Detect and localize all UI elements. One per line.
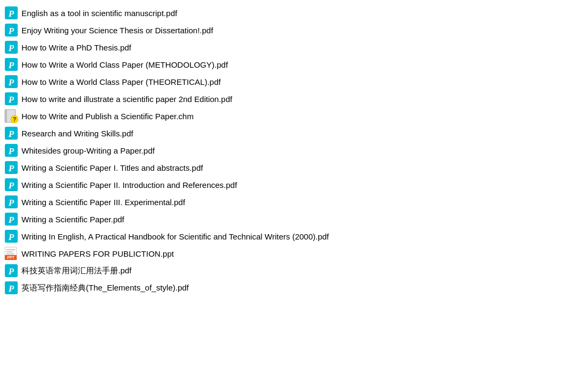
svg-rect-31: [6, 249, 15, 250]
ppt-icon: PPT: [4, 246, 18, 260]
svg-rect-33: [6, 253, 14, 255]
pdf-icon: P: [4, 40, 18, 54]
list-item[interactable]: PWriting a Scientific Paper.pdf: [0, 210, 569, 228]
pdf-icon: P: [4, 6, 18, 20]
file-name: Writing a Scientific Paper II. Introduct…: [21, 180, 237, 190]
svg-text:P: P: [8, 266, 14, 277]
file-name: How to Write a World Class Paper (METHOD…: [21, 60, 228, 69]
list-item[interactable]: PWriting a Scientific Paper III. Experim…: [0, 193, 569, 210]
pdf-icon: P: [4, 75, 18, 89]
file-name: Enjoy Writing your Science Thesis or Dis…: [21, 26, 213, 35]
list-item[interactable]: PEnglish as a tool in scientific manuscr…: [0, 4, 569, 21]
list-item[interactable]: PHow to Write a World Class Paper (THEOR…: [0, 73, 569, 90]
pdf-icon: P: [4, 264, 18, 278]
file-name: Whitesides group-Writing a Paper.pdf: [21, 146, 155, 155]
file-name: WRITING PAPERS FOR PUBLICTION.ppt: [21, 249, 174, 258]
svg-text:P: P: [8, 180, 14, 191]
pdf-icon: P: [4, 92, 18, 106]
file-name: Writing a Scientific Paper.pdf: [21, 215, 124, 224]
file-name: How to Write a PhD Thesis.pdf: [21, 43, 132, 52]
svg-text:P: P: [8, 26, 14, 36]
pdf-icon: P: [4, 143, 18, 157]
file-name: Writing a Scientific Paper I. Titles and…: [21, 163, 203, 172]
file-list: PEnglish as a tool in scientific manuscr…: [0, 4, 569, 296]
svg-text:?: ?: [13, 116, 17, 122]
svg-text:P: P: [8, 95, 14, 105]
pdf-icon: P: [4, 229, 18, 243]
list-item[interactable]: PWriting a Scientific Paper II. Introduc…: [0, 176, 569, 193]
svg-text:P: P: [8, 284, 14, 294]
list-item[interactable]: PHow to write and illustrate a scientifi…: [0, 90, 569, 107]
svg-rect-32: [6, 251, 13, 252]
svg-text:P: P: [8, 198, 14, 208]
svg-text:P: P: [8, 60, 14, 70]
list-item[interactable]: PWriting a Scientific Paper I. Titles an…: [0, 159, 569, 176]
list-item[interactable]: PHow to Write a World Class Paper (METHO…: [0, 56, 569, 73]
file-name: 科技英语常用词汇用法手册.pdf: [21, 266, 132, 276]
list-item[interactable]: PWhitesides group-Writing a Paper.pdf: [0, 142, 569, 159]
file-name: 英语写作指南经典(The_Elements_of_style).pdf: [21, 283, 189, 293]
file-name: Research and Writing Skills.pdf: [21, 129, 133, 138]
file-name: How to Write a World Class Paper (THEORE…: [21, 77, 221, 86]
file-name: Writing In English, A Practical Handbook…: [21, 232, 329, 241]
svg-text:P: P: [8, 43, 14, 53]
pdf-icon: P: [4, 195, 18, 209]
svg-text:P: P: [8, 215, 14, 225]
svg-text:P: P: [8, 232, 14, 242]
list-item[interactable]: ?How to Write and Publish a Scientific P…: [0, 107, 569, 125]
list-item[interactable]: PEnjoy Writing your Science Thesis or Di…: [0, 21, 569, 39]
pdf-icon: P: [4, 178, 18, 192]
list-item[interactable]: PPTWRITING PAPERS FOR PUBLICTION.ppt: [0, 245, 569, 262]
pdf-icon: P: [4, 281, 18, 295]
svg-text:P: P: [8, 9, 14, 19]
pdf-icon: P: [4, 212, 18, 226]
file-name: How to write and illustrate a scientific…: [21, 95, 232, 104]
svg-text:P: P: [8, 163, 14, 173]
svg-text:P: P: [8, 146, 14, 156]
svg-text:P: P: [8, 77, 14, 88]
list-item[interactable]: PResearch and Writing Skills.pdf: [0, 125, 569, 142]
list-item[interactable]: PHow to Write a PhD Thesis.pdf: [0, 39, 569, 56]
chm-icon: ?: [4, 109, 18, 123]
file-name: English as a tool in scientific manuscri…: [21, 9, 177, 18]
list-item[interactable]: P英语写作指南经典(The_Elements_of_style).pdf: [0, 279, 569, 296]
file-name: How to Write and Publish a Scientific Pa…: [21, 112, 194, 121]
svg-text:PPT: PPT: [7, 256, 14, 259]
pdf-icon: P: [4, 161, 18, 175]
pdf-icon: P: [4, 57, 18, 71]
svg-rect-13: [5, 110, 7, 122]
list-item[interactable]: PWriting In English, A Practical Handboo…: [0, 228, 569, 245]
file-name: Writing a Scientific Paper III. Experime…: [21, 198, 185, 207]
svg-text:P: P: [8, 129, 14, 139]
pdf-icon: P: [4, 126, 18, 140]
list-item[interactable]: P科技英语常用词汇用法手册.pdf: [0, 262, 569, 279]
pdf-icon: P: [4, 23, 18, 37]
